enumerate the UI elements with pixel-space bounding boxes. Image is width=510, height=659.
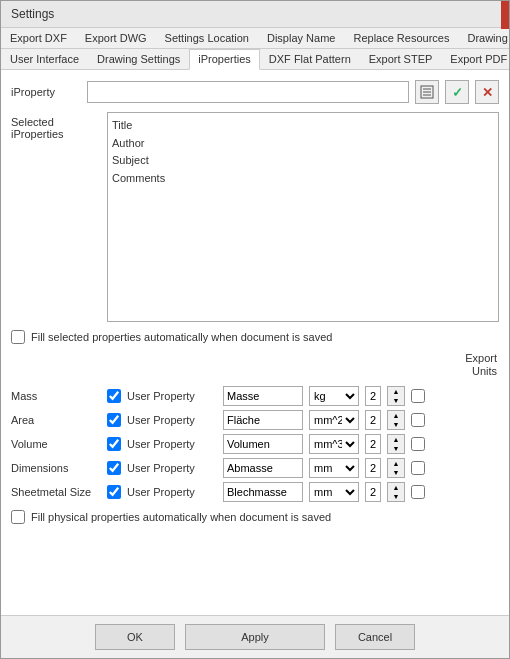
prop-name-dimensions: Dimensions	[11, 462, 101, 474]
footer: OK Apply Cancel	[1, 615, 509, 658]
prop-name-sheetmetal: Sheetmetal Size	[11, 486, 101, 498]
list-item: Title	[112, 117, 494, 135]
prop-name-area: Area	[11, 414, 101, 426]
fill-physical-checkbox[interactable]	[11, 510, 25, 524]
volume-spinner-up[interactable]: ▲	[388, 435, 404, 444]
iproperty-label: iProperty	[11, 86, 81, 98]
title-bar: Settings	[1, 1, 509, 28]
sheetmetal-spinner-value[interactable]	[365, 482, 381, 502]
selected-iproperties-section: Selected iProperties Title Author Subjec…	[11, 112, 499, 322]
tab-user-interface[interactable]: User Interface	[1, 49, 88, 69]
tab-export-pdf[interactable]: Export PDF	[441, 49, 510, 69]
volume-unit-select[interactable]: mm^3 cm^3 m^3	[309, 434, 359, 454]
settings-window: Settings Export DXF Export DWG Settings …	[0, 0, 510, 659]
cancel-button[interactable]: Cancel	[335, 624, 415, 650]
tab-export-dwg[interactable]: Export DWG	[76, 28, 156, 48]
table-row: Sheetmetal Size User Property mm cm m ▲ …	[11, 482, 499, 502]
mass-value-input[interactable]	[223, 386, 303, 406]
sheetmetal-export-checkbox[interactable]	[411, 485, 425, 499]
mass-spinner: ▲ ▼	[387, 386, 405, 406]
table-row: Area User Property mm^2 cm^2 m^2 ▲ ▼	[11, 410, 499, 430]
mass-unit-select[interactable]: kg g lb	[309, 386, 359, 406]
export-units-label: ExportUnits	[465, 352, 497, 378]
sheetmetal-spinner-up[interactable]: ▲	[388, 483, 404, 492]
dimensions-spinner-value[interactable]	[365, 458, 381, 478]
iproperty-row: iProperty ✓ ✕	[11, 80, 499, 104]
confirm-button[interactable]: ✓	[445, 80, 469, 104]
volume-spinner-down[interactable]: ▼	[388, 444, 404, 453]
dimensions-value-input[interactable]	[223, 458, 303, 478]
table-row: Volume User Property mm^3 cm^3 m^3 ▲ ▼	[11, 434, 499, 454]
tab-drawing-functions[interactable]: Drawing functions	[458, 28, 510, 48]
area-spinner-down[interactable]: ▼	[388, 420, 404, 429]
dimensions-unit-select[interactable]: mm cm m	[309, 458, 359, 478]
table-row: Dimensions User Property mm cm m ▲ ▼	[11, 458, 499, 478]
list-item: Subject	[112, 152, 494, 170]
prop-type-volume: User Property	[127, 438, 217, 450]
tab-export-dxf[interactable]: Export DXF	[1, 28, 76, 48]
tab-drawing-settings[interactable]: Drawing Settings	[88, 49, 189, 69]
mass-checkbox[interactable]	[107, 389, 121, 403]
prop-type-area: User Property	[127, 414, 217, 426]
tab-iproperties[interactable]: iProperties	[189, 49, 260, 70]
area-unit-select[interactable]: mm^2 cm^2 m^2	[309, 410, 359, 430]
dimensions-spinner: ▲ ▼	[387, 458, 405, 478]
fill-physical-label: Fill physical properties automatically w…	[31, 511, 331, 523]
tab-dxf-flat-pattern[interactable]: DXF Flat Pattern	[260, 49, 360, 69]
table-row: Mass User Property kg g lb ▲ ▼	[11, 386, 499, 406]
area-value-input[interactable]	[223, 410, 303, 430]
mass-export-checkbox[interactable]	[411, 389, 425, 403]
export-units-header: ExportUnits	[11, 352, 499, 378]
mass-spinner-down[interactable]: ▼	[388, 396, 404, 405]
area-spinner: ▲ ▼	[387, 410, 405, 430]
properties-icon-button[interactable]	[415, 80, 439, 104]
tab-replace-resources[interactable]: Replace Resources	[344, 28, 458, 48]
prop-name-mass: Mass	[11, 390, 101, 402]
iproperty-input[interactable]	[87, 81, 409, 103]
list-item: Author	[112, 135, 494, 153]
volume-checkbox[interactable]	[107, 437, 121, 451]
sheetmetal-checkbox[interactable]	[107, 485, 121, 499]
sheetmetal-value-input[interactable]	[223, 482, 303, 502]
list-item: Comments	[112, 170, 494, 188]
area-spinner-value[interactable]	[365, 410, 381, 430]
volume-export-checkbox[interactable]	[411, 437, 425, 451]
properties-list-icon	[420, 85, 434, 99]
tabs-row1: Export DXF Export DWG Settings Location …	[1, 28, 509, 49]
volume-value-input[interactable]	[223, 434, 303, 454]
prop-type-mass: User Property	[127, 390, 217, 402]
dimensions-spinner-up[interactable]: ▲	[388, 459, 404, 468]
fill-auto-checkbox-row: Fill selected properties automatically w…	[11, 330, 499, 344]
cancel-icon-button[interactable]: ✕	[475, 80, 499, 104]
prop-type-sheetmetal: User Property	[127, 486, 217, 498]
red-accent-bar	[501, 1, 509, 29]
iproperties-listbox[interactable]: Title Author Subject Comments	[107, 112, 499, 322]
area-export-checkbox[interactable]	[411, 413, 425, 427]
volume-spinner: ▲ ▼	[387, 434, 405, 454]
area-checkbox[interactable]	[107, 413, 121, 427]
prop-type-dimensions: User Property	[127, 462, 217, 474]
volume-spinner-value[interactable]	[365, 434, 381, 454]
properties-table: Mass User Property kg g lb ▲ ▼ Area	[11, 386, 499, 502]
tabs-row2: User Interface Drawing Settings iPropert…	[1, 49, 509, 70]
fill-auto-checkbox[interactable]	[11, 330, 25, 344]
dimensions-checkbox[interactable]	[107, 461, 121, 475]
fill-physical-checkbox-row: Fill physical properties automatically w…	[11, 510, 499, 524]
tab-settings-location[interactable]: Settings Location	[156, 28, 258, 48]
ok-button[interactable]: OK	[95, 624, 175, 650]
dimensions-spinner-down[interactable]: ▼	[388, 468, 404, 477]
tab-display-name[interactable]: Display Name	[258, 28, 344, 48]
prop-name-volume: Volume	[11, 438, 101, 450]
area-spinner-up[interactable]: ▲	[388, 411, 404, 420]
selected-iproperties-label: Selected iProperties	[11, 112, 101, 322]
mass-spinner-value[interactable]	[365, 386, 381, 406]
main-content: iProperty ✓ ✕ Selected iProperties Title…	[1, 70, 509, 615]
mass-spinner-up[interactable]: ▲	[388, 387, 404, 396]
sheetmetal-unit-select[interactable]: mm cm m	[309, 482, 359, 502]
apply-button[interactable]: Apply	[185, 624, 325, 650]
window-title: Settings	[11, 7, 54, 21]
fill-auto-label: Fill selected properties automatically w…	[31, 331, 332, 343]
dimensions-export-checkbox[interactable]	[411, 461, 425, 475]
tab-export-step[interactable]: Export STEP	[360, 49, 442, 69]
sheetmetal-spinner-down[interactable]: ▼	[388, 492, 404, 501]
